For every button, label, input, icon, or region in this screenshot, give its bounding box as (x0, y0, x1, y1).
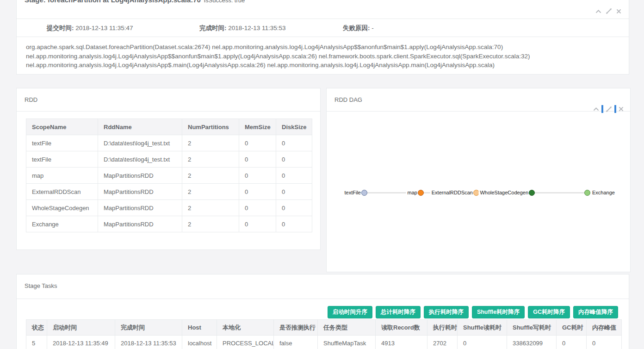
tasks-table-header-row: 状态 启动时间 完成时间 Host 本地化 是否推测执行 任务类型 读取Reco… (26, 320, 622, 336)
rdd-table: ScopeName RddName NumPartitions MemSize … (26, 118, 312, 232)
rdd-col-disksize: DiskSize (276, 119, 312, 135)
stage-panel-header: Stage: foreachPartition at Log4jAnalysis… (17, 0, 629, 19)
cell: 0 (557, 336, 587, 349)
cell: 2 (182, 216, 239, 232)
table-row: WholeStageCodegenMapPartitionsRDD200 (26, 200, 312, 216)
cell: 0 (458, 336, 507, 349)
sort-total-time-desc-button[interactable]: 总计耗时降序 (376, 306, 421, 318)
table-row: textFileD:\data\test\log4j_test.txt200 (26, 135, 312, 151)
rdd-col-memsize: MemSize (239, 119, 276, 135)
expand-diagonal-icon[interactable] (606, 106, 612, 112)
cell: 0 (276, 168, 312, 184)
cell: 338632099 (507, 336, 557, 349)
submit-time-field: 提交时间: 2018-12-13 11:35:47 (47, 24, 133, 32)
cell: 0 (239, 151, 276, 168)
page: Stage: foreachPartition at Log4jAnalysis… (0, 0, 644, 349)
text-cursor-bar (614, 105, 616, 113)
dag-node-wholestagecodegen[interactable] (529, 190, 535, 196)
collapse-chevron-up-icon[interactable] (595, 9, 601, 13)
stage-summary-row: 提交时间: 2018-12-13 11:35:47 完成时间: 2018-12-… (17, 19, 629, 37)
sort-shuffle-time-desc-button[interactable]: Shuffle耗时降序 (472, 306, 525, 318)
rdd-dag-panel-title: RDD DAG (327, 88, 630, 112)
cell: 2 (182, 184, 239, 200)
col-speculative: 是否推测执行 (274, 320, 318, 336)
stack-trace-line: nel.app.monitoring.analysis.log4j.Log4jA… (26, 52, 619, 61)
collapse-chevron-up-icon[interactable] (593, 107, 599, 111)
dag-node-textfile[interactable] (361, 190, 367, 196)
dag-node-map[interactable] (418, 190, 424, 196)
dag-node-label: textFile (343, 190, 362, 196)
col-gc-time: GC耗时 (557, 320, 587, 336)
col-status: 状态 (26, 320, 47, 336)
stack-trace: org.apache.spark.sql.Dataset.foreachPart… (17, 37, 629, 75)
cell: 0 (239, 168, 276, 184)
submit-time-value: 2018-12-13 11:35:47 (75, 25, 133, 31)
submit-time-label: 提交时间: (47, 25, 74, 31)
dag-panel-tools (593, 105, 624, 113)
sort-launch-time-asc-button[interactable]: 启动时间升序 (328, 306, 372, 318)
cell: 0 (239, 184, 276, 200)
dag-node-label: Exchange (591, 190, 616, 196)
col-locality: 本地化 (217, 320, 274, 336)
dag-node-exchange[interactable] (584, 190, 590, 196)
cell: 2 (182, 135, 239, 151)
col-mem-peak: 内存峰值 (587, 320, 622, 336)
task-sort-buttons: 启动时间升序 总计耗时降序 执行耗时降序 Shuffle耗时降序 GC耗时降序 … (328, 306, 618, 318)
cell: MapPartitionsRDD (98, 216, 182, 232)
cell: MapPartitionsRDD (98, 200, 182, 216)
stage-panel-tools (595, 8, 621, 14)
col-host: Host (182, 320, 217, 336)
col-start-time: 启动时间 (47, 320, 115, 336)
cell: 0 (239, 135, 276, 151)
failure-reason-field: 失败原因: - (343, 24, 374, 32)
failure-reason-label: 失败原因: (343, 25, 370, 31)
cell: ShuffleMapTask (318, 336, 376, 349)
table-row: ExternalRDDScanMapPartitionsRDD200 (26, 184, 312, 200)
sort-exec-time-desc-button[interactable]: 执行耗时降序 (424, 306, 469, 318)
rdd-panel-title: RDD (17, 88, 320, 112)
rdd-col-scopename: ScopeName (26, 119, 98, 135)
rdd-panel: RDD ScopeName RddName NumPartitions MemS… (16, 88, 321, 250)
cell: textFile (26, 135, 98, 151)
cell: 4913 (376, 336, 427, 349)
stage-title: Stage: foreachPartition at Log4jAnalysis… (25, 0, 201, 4)
cell: 0 (276, 151, 312, 168)
cell: 0 (276, 184, 312, 200)
cell: localhost (182, 336, 217, 349)
col-shuffle-read-time: Shuffle读耗时 (458, 320, 507, 336)
dag-node-label: map (406, 190, 419, 196)
table-row: ExchangeMapPartitionsRDD200 (26, 216, 312, 232)
failure-reason-value: - (372, 25, 374, 31)
finish-time-field: 完成时间: 2018-12-13 11:35:53 (199, 24, 286, 32)
text-cursor-bar (601, 105, 603, 113)
finish-time-value: 2018-12-13 11:35:53 (228, 25, 285, 31)
cell: ExternalRDDScan (26, 184, 98, 200)
cell: Exchange (26, 216, 98, 232)
sort-gc-time-desc-button[interactable]: GC耗时降序 (528, 306, 570, 318)
dag-node-label: ExternalRDDScan (430, 190, 474, 196)
cell: false (274, 336, 318, 349)
cell: 0 (276, 135, 312, 151)
cell: 2 (182, 151, 239, 168)
rdd-col-numpartitions: NumPartitions (182, 119, 239, 135)
cell: 2 (182, 168, 239, 184)
cell: 5 (26, 336, 47, 349)
cell: 2702 (427, 336, 458, 349)
expand-diagonal-icon[interactable] (606, 8, 612, 14)
table-row: mapMapPartitionsRDD200 (26, 168, 312, 184)
stage-detail-panel: Stage: foreachPartition at Log4jAnalysis… (16, 0, 629, 75)
cell: MapPartitionsRDD (98, 168, 182, 184)
close-x-icon[interactable] (616, 9, 621, 14)
stack-trace-line: nel.app.monitoring.analysis.log4j.Log4jA… (26, 61, 619, 70)
cell: textFile (26, 151, 98, 168)
stage-tasks-title: Stage Tasks (17, 274, 629, 299)
is-success-text: IsSuccess: true (204, 0, 245, 4)
dag-node-label: WholeStageCodegen (478, 190, 530, 196)
stack-trace-line: org.apache.spark.sql.Dataset.foreachPart… (26, 43, 619, 52)
sort-mem-peak-desc-button[interactable]: 内存峰值降序 (573, 306, 618, 318)
cell: 0 (239, 216, 276, 232)
task-row: 5 2018-12-13 11:35:49 2018-12-13 11:35:5… (26, 336, 622, 349)
col-finish-time: 完成时间 (115, 320, 182, 336)
col-task-type: 任务类型 (318, 320, 376, 336)
close-x-icon[interactable] (619, 106, 624, 112)
